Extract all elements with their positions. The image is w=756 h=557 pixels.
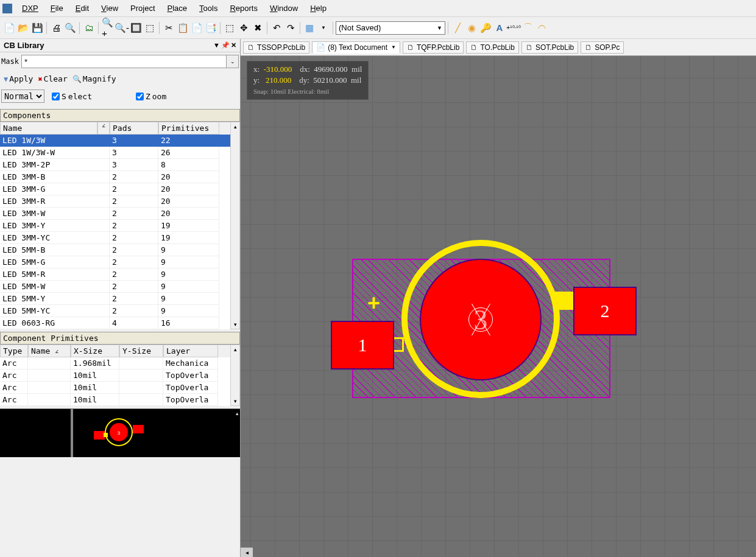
menu-help[interactable]: Help <box>304 4 333 13</box>
new-icon[interactable]: 📄 <box>2 21 16 35</box>
document-tab[interactable]: 🗋TQFP.PcbLib <box>403 41 464 54</box>
zoom-fit-icon[interactable]: 🔲 <box>129 21 143 35</box>
zoom-checkbox[interactable]: Zoom <box>136 92 166 101</box>
print-icon[interactable]: 🖨 <box>49 21 63 35</box>
magnify-button[interactable]: 🔍Magnify <box>70 73 119 85</box>
document-tab[interactable]: 🗋TO.PcbLib <box>466 41 518 54</box>
preview-scroll-up-icon[interactable]: ▴ <box>236 410 239 416</box>
table-row[interactable]: LED 3MM-YC219 <box>0 232 230 244</box>
col-primitives[interactable]: Primitives <box>158 122 219 135</box>
table-row[interactable]: LED 0603-RG416 <box>0 317 230 329</box>
table-row[interactable]: Arc10milTopOverla <box>0 370 230 382</box>
menu-dxp[interactable]: DXP <box>16 4 44 13</box>
table-row[interactable]: LED 3MM-R220 <box>0 195 230 208</box>
paste-icon[interactable]: 📄 <box>190 21 203 35</box>
grid-dropdown-icon[interactable]: ▼ <box>317 21 330 35</box>
scroll-up-icon[interactable]: ▴ <box>234 346 237 352</box>
grid-icon[interactable]: ▦ <box>303 21 316 35</box>
zoom-selection-icon[interactable]: ⬚ <box>143 21 157 35</box>
scroll-down-icon[interactable]: ▾ <box>234 321 237 328</box>
table-row[interactable]: LED 5MM-YC29 <box>0 305 230 317</box>
zoom-out-icon[interactable]: 🔍- <box>115 21 129 35</box>
scroll-up-icon[interactable]: ▴ <box>234 124 237 130</box>
menu-edit[interactable]: Edit <box>69 4 95 13</box>
table-row[interactable]: Arc10milTopOverla <box>0 382 230 394</box>
paste-special-icon[interactable]: 📑 <box>204 21 217 35</box>
layers-icon[interactable]: 🗂 <box>82 21 96 35</box>
track-icon[interactable]: ╱ <box>451 21 464 35</box>
col-type[interactable]: Type <box>0 345 28 357</box>
mode-select[interactable]: Normal <box>1 89 44 103</box>
table-row[interactable]: LED 3MM-B220 <box>0 171 230 183</box>
table-row[interactable]: LED 3MM-2P38 <box>0 159 230 171</box>
clear-button[interactable]: ✖Clear <box>35 73 69 85</box>
col-pads[interactable]: Pads <box>110 122 158 135</box>
table-row[interactable]: LED 5MM-B29 <box>0 244 230 256</box>
apply-button[interactable]: ▼Apply <box>1 73 35 85</box>
table-row[interactable]: LED 5MM-R29 <box>0 268 230 281</box>
pcb-canvas[interactable]: x: -310.000 dx: 49690.000 mil y: 210.000… <box>241 56 756 557</box>
table-row[interactable]: LED 3MM-W220 <box>0 208 230 220</box>
document-tab[interactable]: 🗋SOT.PcbLib <box>521 41 578 54</box>
table-row[interactable]: LED 5MM-W29 <box>0 281 230 293</box>
sort-icon[interactable]: ∠ <box>97 122 110 135</box>
snap-combo[interactable]: (Not Saved) ▼ <box>336 21 445 35</box>
menu-project[interactable]: Project <box>124 4 161 13</box>
primitives-scrollbar[interactable]: ▴ ▾ <box>230 345 240 406</box>
table-row[interactable]: LED 5MM-G29 <box>0 256 230 268</box>
panel-close-icon[interactable]: ✕ <box>231 41 236 49</box>
arc2-icon[interactable]: ◠ <box>535 21 548 35</box>
document-tab[interactable]: 🗋TSSOP.PcbLib <box>243 41 309 54</box>
undo-icon[interactable]: ↶ <box>270 21 283 35</box>
scroll-down-icon[interactable]: ▾ <box>234 398 237 404</box>
menu-reports[interactable]: Reports <box>224 4 264 13</box>
open-icon[interactable]: 📂 <box>16 21 30 35</box>
pad-1[interactable]: 1 <box>331 321 394 370</box>
document-tab[interactable]: 🗋SOP.Pc <box>581 41 624 54</box>
deselect-icon[interactable]: ✖ <box>251 21 264 35</box>
origin-icon[interactable]: +¹⁰·¹⁰ <box>507 21 520 35</box>
menu-tools[interactable]: Tools <box>193 4 224 13</box>
preview-splitter[interactable] <box>71 409 73 457</box>
select-rect-icon[interactable]: ⬚ <box>223 21 236 35</box>
table-row[interactable]: Arc10milTopOverla <box>0 394 230 406</box>
panel-dropdown-icon[interactable]: ▼ <box>213 41 220 49</box>
table-row[interactable]: LED 1W/3W-W326 <box>0 147 230 159</box>
table-row[interactable]: LED 1W/3W322 <box>0 135 230 147</box>
menu-window[interactable]: Window <box>264 4 304 13</box>
components-scrollbar[interactable]: ▴ ▾ <box>230 122 240 329</box>
pad-2[interactable]: 2 <box>573 287 637 335</box>
print-preview-icon[interactable]: 🔍 <box>63 21 77 35</box>
arc-icon[interactable]: ⌒ <box>521 21 534 35</box>
menu-place[interactable]: Place <box>161 4 194 13</box>
document-tab[interactable]: 📄(8) Text Document▼ <box>312 41 400 54</box>
col-name[interactable]: Name <box>0 122 97 135</box>
table-row[interactable]: LED 5MM-Y29 <box>0 293 230 305</box>
redo-icon[interactable]: ↷ <box>284 21 297 35</box>
save-icon[interactable]: 💾 <box>30 21 44 35</box>
footprint-render: + 3 2 1 <box>331 259 654 417</box>
pad-3[interactable]: 3 <box>420 259 542 380</box>
table-row[interactable]: LED 3MM-G220 <box>0 183 230 195</box>
move-icon[interactable]: ✥ <box>237 21 250 35</box>
table-row[interactable]: Arc1.968milMechanica <box>0 357 230 370</box>
tab-scroll-left-icon[interactable]: ◂ <box>241 547 253 557</box>
table-row[interactable]: LED 3MM-Y219 <box>0 220 230 232</box>
menu-file[interactable]: File <box>44 4 69 13</box>
cut-icon[interactable]: ✂ <box>162 21 175 35</box>
via-icon[interactable]: 🔑 <box>479 21 492 35</box>
copy-icon[interactable]: 📋 <box>176 21 189 35</box>
chevron-down-icon[interactable]: ▼ <box>391 44 396 50</box>
zoom-in-icon[interactable]: 🔍+ <box>101 21 115 35</box>
panel-pin-icon[interactable]: 📌 <box>221 41 230 49</box>
mask-input[interactable] <box>21 55 227 68</box>
pad-icon[interactable]: ◉ <box>465 21 478 35</box>
mask-dropdown-icon[interactable]: ⌄ <box>227 55 239 68</box>
col-ysize[interactable]: Y-Size <box>119 345 163 357</box>
col-xsize[interactable]: X-Size <box>71 345 119 357</box>
col-layer[interactable]: Layer <box>163 345 218 357</box>
menu-view[interactable]: View <box>95 4 124 13</box>
string-icon[interactable]: A <box>493 21 506 35</box>
col-pname[interactable]: Name ∠ <box>28 345 71 357</box>
select-checkbox[interactable]: Select <box>52 92 92 101</box>
